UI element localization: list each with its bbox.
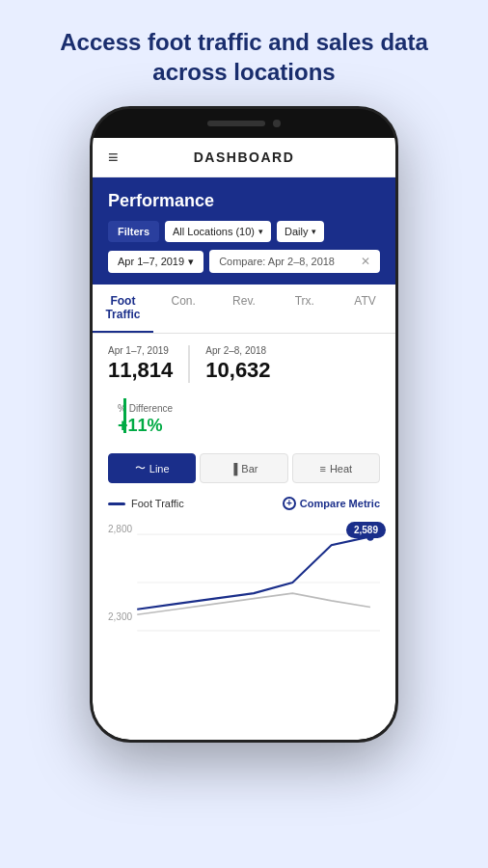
page-headline: Access foot traffic and sales data acros… (0, 0, 488, 106)
legend-line-indicator (108, 502, 125, 505)
performance-section: Performance Filters All Locations (10) ▾… (93, 177, 395, 285)
compare-stat-date: Apr 2–8, 2018 (205, 345, 270, 356)
plus-circle-icon: + (283, 497, 296, 510)
stats-section: Apr 1–7, 2019 11,814 Apr 2–8, 2018 10,63… (93, 334, 395, 394)
phone-camera (273, 120, 281, 127)
primary-stat: Apr 1–7, 2019 11,814 (108, 345, 173, 383)
compare-metric-label: Compare Metric (300, 498, 380, 509)
metric-tabs: Foot Traffic Con. Rev. Trx. ATV (93, 285, 395, 334)
phone-speaker (207, 121, 265, 126)
chart-tooltip: 2,589 (346, 522, 386, 538)
close-compare-icon[interactable]: ✕ (361, 255, 370, 268)
chart-type-row: 〜 Line ▐ Bar ≡ Heat (93, 446, 395, 491)
legend-label: Foot Traffic (131, 498, 184, 509)
primary-stat-value: 11,814 (108, 358, 173, 383)
tab-foot-traffic[interactable]: Foot Traffic (93, 285, 153, 333)
foot-traffic-legend: Foot Traffic (108, 498, 184, 509)
performance-title: Performance (108, 191, 380, 211)
tab-conversion[interactable]: Con. (153, 285, 214, 333)
line-chart-svg (108, 524, 380, 641)
compare-stat-value: 10,632 (205, 358, 270, 383)
tab-revenue[interactable]: Rev. (214, 285, 275, 333)
diff-value: +11% (118, 416, 380, 436)
location-filter[interactable]: All Locations (10) ▾ (165, 221, 271, 242)
compare-metric-button[interactable]: + Compare Metric (283, 497, 380, 510)
y-axis-bottom-label: 2,300 (108, 611, 132, 622)
tab-transactions[interactable]: Trx. (274, 285, 335, 333)
primary-stat-date: Apr 1–7, 2019 (108, 345, 173, 356)
compare-range-picker[interactable]: Compare: Apr 2–8, 2018 ✕ (209, 250, 380, 273)
diff-wrapper: % Difference +11% (108, 398, 380, 436)
app-title: DASHBOARD (194, 149, 295, 165)
compare-stat: Apr 2–8, 2018 10,632 (188, 345, 270, 383)
date-row: Apr 1–7, 2019 ▾ Compare: Apr 2–8, 2018 ✕ (108, 250, 380, 273)
diff-section: % Difference +11% (93, 394, 395, 446)
phone-mockup: ≡ DASHBOARD Performance Filters All Loca… (90, 106, 398, 743)
line-chart-button[interactable]: 〜 Line (108, 453, 196, 483)
tab-atv[interactable]: ATV (335, 285, 395, 333)
frequency-arrow-icon: ▾ (312, 227, 316, 236)
date-arrow-icon: ▾ (188, 256, 194, 268)
frequency-filter[interactable]: Daily ▾ (277, 221, 324, 242)
chart-legend: Foot Traffic + Compare Metric (93, 491, 395, 516)
date-range-picker[interactable]: Apr 1–7, 2019 ▾ (108, 251, 203, 273)
y-axis-top-label: 2,800 (108, 524, 132, 534)
diff-bar-indicator (123, 398, 126, 433)
chart-area: 2,800 2,300 2,589 (93, 516, 395, 641)
app-header: ≡ DASHBOARD (93, 138, 395, 177)
line-icon: 〜 (135, 461, 146, 475)
phone-top-bar (93, 109, 395, 138)
bar-chart-button[interactable]: ▐ Bar (200, 453, 287, 483)
menu-icon[interactable]: ≡ (108, 148, 119, 168)
filters-button[interactable]: Filters (108, 221, 159, 242)
filter-row: Filters All Locations (10) ▾ Daily ▾ (108, 221, 380, 242)
phone-screen: ≡ DASHBOARD Performance Filters All Loca… (93, 138, 395, 740)
bar-icon: ▐ (230, 463, 238, 475)
heat-icon: ≡ (319, 463, 325, 475)
location-arrow-icon: ▾ (258, 227, 263, 236)
heat-chart-button[interactable]: ≡ Heat (292, 453, 380, 483)
